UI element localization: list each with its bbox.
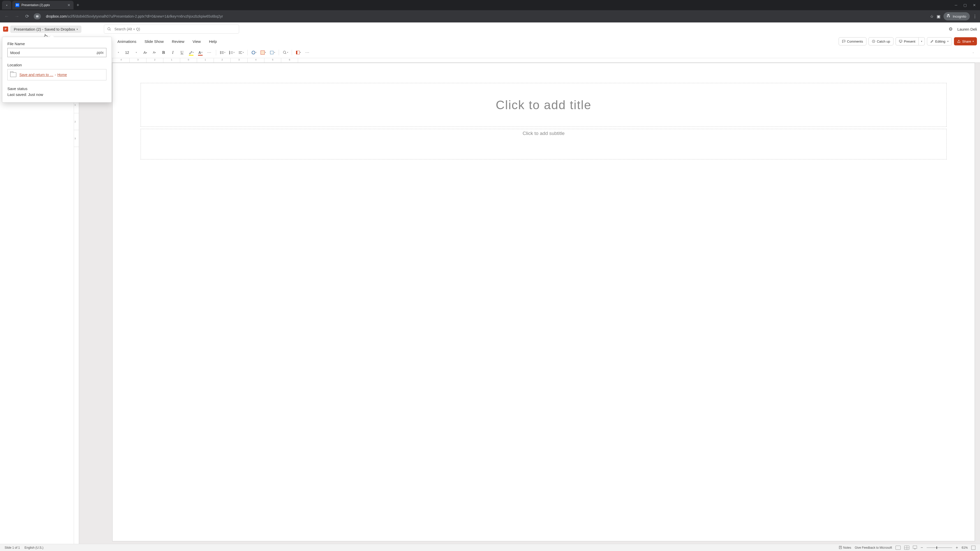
address-bar[interactable]: dropbox.com/scl/fi/ds8xk05ovlytyxnalh07u… [44, 14, 927, 18]
settings-icon[interactable]: ⚙ [948, 26, 953, 32]
slide-thumbnail-panel[interactable] [0, 58, 74, 544]
zoom-level[interactable]: 61% [962, 546, 968, 549]
user-name[interactable]: Lauren Deli [957, 27, 977, 32]
close-window-button[interactable]: ✕ [973, 3, 976, 7]
font-size-dropdown[interactable]: ▾ [132, 49, 140, 56]
decrease-font-button[interactable]: A▾ [151, 49, 158, 56]
forward-button[interactable]: → [13, 14, 21, 19]
incognito-icon [946, 14, 951, 19]
file-name-label: File Name [7, 41, 107, 46]
browser-toolbar: ← → ⟳ dropbox.com/scl/fi/ds8xk05ovlytyxn… [0, 10, 980, 22]
location-box[interactable]: Save and return to … › Home [7, 69, 107, 80]
folder-icon [10, 73, 16, 77]
document-title-dropdown[interactable]: Presentation (2) - Saved to Dropbox ▾ [10, 25, 81, 33]
minimize-button[interactable]: ─ [955, 3, 957, 7]
svg-line-4 [110, 30, 110, 30]
menu-slide-show[interactable]: Slide Show [141, 38, 167, 45]
increase-font-button[interactable]: A▴ [142, 49, 149, 56]
layout-button[interactable]: ▾ [294, 49, 302, 56]
path-link-save-return[interactable]: Save and return to … [19, 73, 53, 77]
underline-button[interactable]: U [178, 49, 186, 56]
file-name-field[interactable]: .pptx [7, 48, 107, 57]
slide-sorter-button[interactable] [904, 546, 909, 550]
slide-subtitle-placeholder[interactable]: Click to add subtitle [141, 129, 947, 159]
browser-tab[interactable]: Presentation (2).pptx ✕ [12, 1, 73, 10]
tab-search-button[interactable]: ▾ [2, 1, 11, 10]
file-name-input[interactable] [10, 51, 96, 55]
comment-icon [842, 40, 845, 43]
shapes-button[interactable]: ▾ [250, 49, 258, 56]
vertical-ruler: 0 1 2 3 [74, 63, 79, 544]
back-button[interactable]: ← [3, 14, 10, 19]
app-header: P Presentation (2) - Saved to Dropbox ▾ … [0, 22, 980, 36]
bold-button[interactable]: B [160, 49, 167, 56]
menu-review[interactable]: Review [168, 38, 188, 45]
fit-to-window-button[interactable] [971, 546, 975, 550]
location-path: Save and return to … › Home [19, 73, 67, 77]
language-indicator[interactable]: English (U.S.) [24, 546, 43, 549]
search-input[interactable]: Search (Alt + Q) [104, 24, 239, 34]
share-button[interactable]: Share ▾ [954, 37, 977, 45]
numbering-button[interactable]: 123 ▾ [228, 49, 235, 56]
catch-up-button[interactable]: Catch up [869, 37, 894, 45]
notes-button[interactable]: Notes [838, 546, 851, 549]
feedback-link[interactable]: Give Feedback to Microsoft [855, 546, 892, 549]
incognito-badge[interactable]: Incognito [943, 12, 970, 21]
editing-mode-button[interactable]: Editing ▾ [927, 37, 952, 45]
slide-subtitle-text: Click to add subtitle [523, 130, 565, 136]
svg-point-11 [220, 53, 221, 54]
svg-point-7 [220, 51, 221, 52]
slideshow-view-button[interactable] [913, 546, 917, 550]
present-button[interactable]: Present ▾ [896, 37, 925, 45]
shape-fill-button[interactable]: ▾ [259, 49, 267, 56]
side-panel-icon[interactable]: ▣ [937, 14, 940, 19]
tab-close-icon[interactable]: ✕ [67, 3, 70, 7]
svg-text:3: 3 [229, 53, 230, 54]
new-tab-button[interactable]: + [76, 3, 80, 8]
svg-point-9 [220, 52, 221, 53]
shape-outline-button[interactable]: ▾ [269, 49, 276, 56]
svg-point-23 [283, 51, 286, 53]
comments-button[interactable]: Comments [838, 37, 866, 45]
slide-title-placeholder[interactable]: Click to add title [141, 83, 947, 127]
menu-animations[interactable]: Animations [114, 38, 140, 45]
font-color-button[interactable]: A▾ [197, 49, 204, 56]
normal-view-button[interactable] [896, 546, 900, 550]
font-dropdown[interactable]: ▾ [115, 49, 122, 56]
dropbox-icon [15, 3, 19, 7]
slide[interactable]: Click to add title Click to add subtitle [112, 63, 975, 541]
zoom-in-button[interactable]: + [956, 545, 958, 550]
align-button[interactable]: ▾ [237, 49, 245, 56]
menu-view[interactable]: View [189, 38, 204, 45]
find-button[interactable]: ▾ [282, 49, 289, 56]
maximize-button[interactable]: ▢ [963, 3, 967, 7]
reload-button[interactable]: ⟳ [24, 14, 30, 19]
notes-icon [838, 546, 842, 549]
svg-rect-22 [270, 51, 273, 54]
menu-help[interactable]: Help [205, 38, 221, 45]
more-formatting-button[interactable]: ⋯ [206, 49, 213, 56]
search-icon [107, 27, 111, 31]
font-size-input[interactable]: 12 [124, 49, 130, 56]
catch-up-icon [872, 40, 875, 43]
ribbon-toggle-button[interactable]: ⌄ [969, 49, 977, 56]
site-info-button[interactable] [34, 13, 41, 19]
bookmark-icon[interactable]: ☆ [930, 14, 934, 19]
formatting-toolbar: ▾ 12 ▾ A▴ A▾ B I U ▾ A▾ ⋯ ▾ 123 ▾ ▾ ▾ ▾ [0, 47, 980, 58]
status-bar: Slide 1 of 1 English (U.S.) Notes Give F… [0, 544, 980, 551]
slide-counter[interactable]: Slide 1 of 1 [5, 546, 20, 549]
browser-tab-strip: ▾ Presentation (2).pptx ✕ + ─ ▢ ✕ [0, 0, 980, 10]
zoom-out-button[interactable]: − [921, 545, 923, 550]
file-extension: .pptx [96, 51, 103, 55]
toolbar-overflow-button[interactable]: ⋯ [304, 49, 311, 56]
bullets-button[interactable]: ▾ [219, 49, 226, 56]
italic-button[interactable]: I [169, 49, 177, 56]
highlight-icon [189, 51, 192, 54]
file-name-popup: File Name .pptx Location Save and return… [2, 37, 112, 103]
present-dropdown[interactable]: ▾ [919, 37, 925, 45]
browser-menu-icon[interactable]: ⋮ [973, 14, 977, 19]
highlight-button[interactable]: ▾ [187, 49, 195, 56]
layout-icon [296, 51, 300, 54]
zoom-slider[interactable] [927, 548, 952, 548]
path-link-home[interactable]: Home [57, 73, 67, 77]
